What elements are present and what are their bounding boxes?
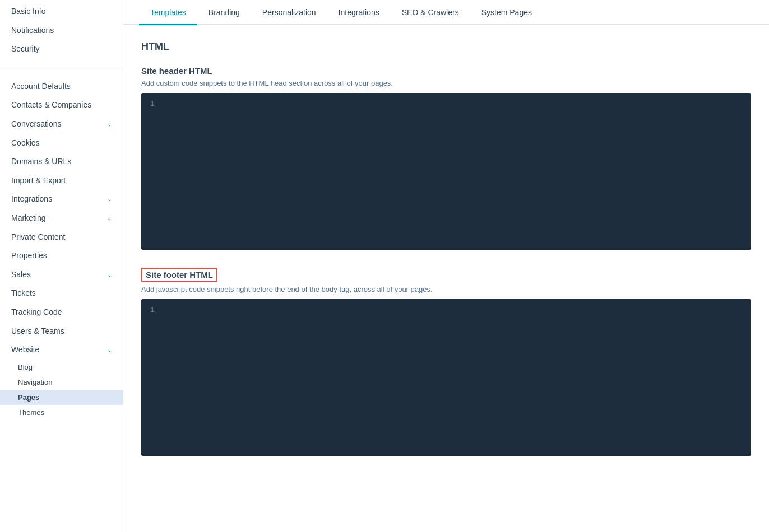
sidebar-item-tickets[interactable]: Tickets (0, 284, 123, 303)
sidebar-item-private-content[interactable]: Private Content (0, 228, 123, 247)
tab-seo-crawlers[interactable]: SEO & Crawlers (391, 0, 470, 25)
sidebar-item-tracking-code[interactable]: Tracking Code (0, 303, 123, 322)
sidebar-subitem-pages[interactable]: Pages (0, 390, 123, 405)
sidebar-subitem-label: Blog (18, 363, 33, 371)
sidebar-subitem-label: Navigation (18, 378, 52, 386)
sidebar-subitem-label: Themes (18, 408, 44, 417)
sidebar-main-section: Account Defaults Contacts & Companies Co… (0, 68, 123, 424)
sidebar-item-marketing[interactable]: Marketing ⌄ (0, 209, 123, 228)
sidebar-item-sales[interactable]: Sales ⌄ (0, 265, 123, 284)
sidebar-item-import-export[interactable]: Import & Export (0, 171, 123, 190)
chevron-down-icon: ⌄ (107, 120, 112, 128)
sidebar-item-label: Private Content (11, 232, 66, 243)
sidebar-item-properties[interactable]: Properties (0, 246, 123, 265)
sidebar-item-label: Marketing (11, 213, 45, 224)
sidebar-item-notifications[interactable]: Notifications (0, 21, 123, 40)
sidebar-item-domains-urls[interactable]: Domains & URLs (0, 152, 123, 171)
sidebar-item-conversations[interactable]: Conversations ⌄ (0, 115, 123, 134)
sidebar-item-users-teams[interactable]: Users & Teams (0, 322, 123, 341)
sidebar-item-label: Domains & URLs (11, 156, 71, 167)
sidebar-item-label: Tickets (11, 288, 36, 299)
sidebar-item-account-defaults[interactable]: Account Defaults (0, 77, 123, 96)
sidebar-item-integrations[interactable]: Integrations ⌄ (0, 190, 123, 209)
sidebar-item-label: Notifications (11, 25, 54, 36)
sidebar-subitem-label: Pages (18, 393, 39, 402)
sidebar-item-label: Cookies (11, 138, 40, 149)
site-header-description: Add custom code snippets to the HTML hea… (141, 79, 751, 87)
sidebar-item-label: Security (11, 44, 40, 55)
chevron-down-icon: ⌄ (107, 346, 112, 354)
sidebar-item-website[interactable]: Website ⌄ (0, 340, 123, 360)
sidebar-subitem-blog[interactable]: Blog (0, 360, 123, 375)
tab-branding[interactable]: Branding (197, 0, 251, 25)
line-number-1: 1 (150, 100, 155, 108)
sidebar-item-label: Properties (11, 250, 47, 262)
sidebar-top-section: Basic Info Notifications Security (0, 0, 123, 63)
site-footer-description: Add javascript code snippets right befor… (141, 285, 751, 293)
chevron-down-icon: ⌄ (107, 195, 112, 203)
tabs-bar: Templates Branding Personalization Integ… (123, 0, 769, 25)
chevron-down-icon: ⌄ (107, 214, 112, 222)
sidebar-item-basic-info[interactable]: Basic Info (0, 2, 123, 21)
sidebar-subitem-navigation[interactable]: Navigation (0, 375, 123, 390)
tab-personalization[interactable]: Personalization (251, 0, 327, 25)
sidebar-item-label: Import & Export (11, 175, 66, 186)
sidebar-item-label: Contacts & Companies (11, 100, 91, 111)
sidebar-item-label: Conversations (11, 119, 62, 130)
site-header-editor[interactable]: 1 (141, 93, 751, 250)
sidebar-item-cookies[interactable]: Cookies (0, 134, 123, 153)
tab-system-pages[interactable]: System Pages (470, 0, 543, 25)
sidebar-item-label: Users & Teams (11, 326, 64, 337)
sidebar-item-contacts-companies[interactable]: Contacts & Companies (0, 96, 123, 115)
tab-templates[interactable]: Templates (139, 0, 197, 25)
sidebar-item-label: Account Defaults (11, 81, 71, 92)
sidebar-item-label: Website (11, 344, 39, 356)
site-footer-editor[interactable]: 1 (141, 299, 751, 456)
site-header-label: Site header HTML (141, 66, 751, 76)
sidebar-item-label: Integrations (11, 194, 52, 205)
sidebar-item-label: Basic Info (11, 6, 45, 17)
page-title: HTML (141, 41, 751, 53)
sidebar-subitem-themes[interactable]: Themes (0, 405, 123, 420)
sidebar-item-label: Tracking Code (11, 307, 62, 318)
content-area: HTML Site header HTML Add custom code sn… (123, 25, 769, 489)
sidebar-item-security[interactable]: Security (0, 40, 123, 59)
chevron-down-icon: ⌄ (107, 271, 112, 279)
line-number-2: 1 (150, 306, 155, 314)
site-footer-label: Site footer HTML (141, 268, 217, 282)
tab-integrations[interactable]: Integrations (327, 0, 391, 25)
sidebar-item-label: Sales (11, 269, 31, 281)
sidebar: Basic Info Notifications Security Accoun… (0, 0, 123, 532)
main-content: Templates Branding Personalization Integ… (123, 0, 769, 532)
